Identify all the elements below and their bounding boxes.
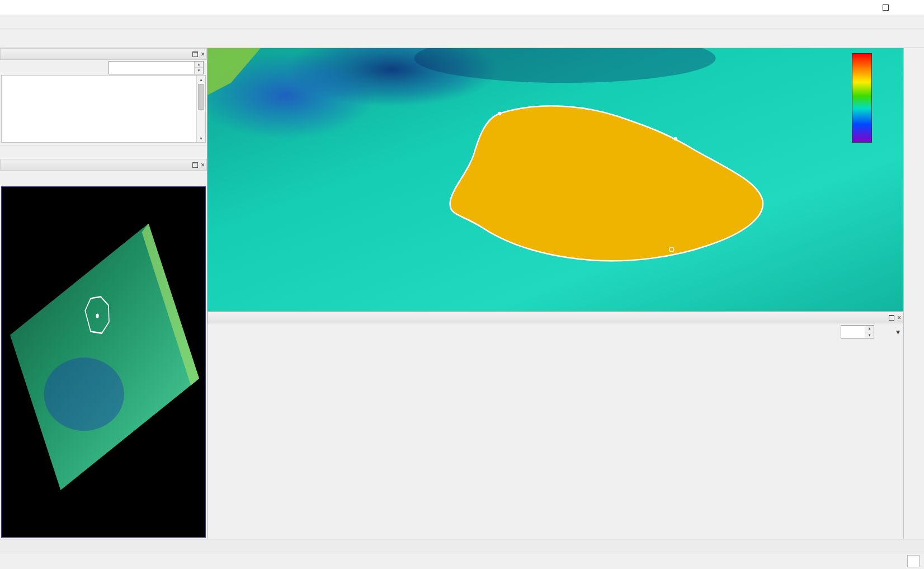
- menubar: [0, 15, 924, 28]
- right-toolbar: [903, 48, 924, 539]
- depth-colorbar: [848, 55, 872, 143]
- project-layers-header: ×: [0, 48, 207, 60]
- overview-toolbar: [0, 171, 207, 186]
- minimize-button[interactable]: [847, 0, 873, 15]
- layer-tree: ▲ ▼: [1, 75, 206, 143]
- exag-spinner[interactable]: ▲▼: [841, 325, 874, 338]
- sounding-status: [208, 528, 903, 539]
- status-bar: [0, 553, 924, 569]
- titlebar: [0, 0, 924, 15]
- qimera-window: × ▲▼ ▲ ▼: [0, 0, 924, 569]
- polygon-vertex-dot: [673, 137, 677, 140]
- vertical-exaggeration-spinner[interactable]: ▲▼: [109, 61, 204, 74]
- export-view-icon[interactable]: [877, 324, 893, 340]
- main-toolbar: [0, 28, 924, 48]
- chevron-down-icon[interactable]: ▾: [896, 328, 900, 336]
- tree-scrollbar[interactable]: ▲ ▼: [196, 76, 205, 142]
- slice-editor-panel: × ▲▼ ▾: [208, 311, 903, 539]
- colorbar-gradient: [852, 53, 872, 143]
- slice-plot[interactable]: [208, 340, 903, 528]
- surface-edit-overview-header: ×: [0, 159, 207, 171]
- float-panel-icon[interactable]: [192, 162, 198, 168]
- slice-editor-header: ×: [208, 312, 903, 323]
- polygon-vertex-dot: [498, 112, 501, 115]
- qimera-logo-icon: [4, 2, 15, 12]
- surface-overview-canvas[interactable]: [1, 186, 206, 538]
- bottom-tab-bar: [0, 539, 924, 553]
- close-panel-icon[interactable]: ×: [201, 51, 205, 58]
- left-dock: × ▲▼ ▲ ▼: [0, 48, 208, 539]
- slice-editor-toolbar: ▲▼ ▾: [208, 323, 903, 340]
- float-panel-icon[interactable]: [192, 51, 198, 57]
- maximize-button[interactable]: [873, 0, 898, 15]
- close-panel-icon[interactable]: ×: [897, 314, 901, 321]
- left-panel-tabs: [0, 145, 207, 159]
- float-panel-icon[interactable]: [889, 315, 894, 321]
- status-ok-icon[interactable]: [907, 555, 920, 567]
- scene-3d-view[interactable]: [208, 48, 903, 311]
- close-panel-icon[interactable]: ×: [201, 162, 205, 168]
- close-button[interactable]: [898, 0, 924, 15]
